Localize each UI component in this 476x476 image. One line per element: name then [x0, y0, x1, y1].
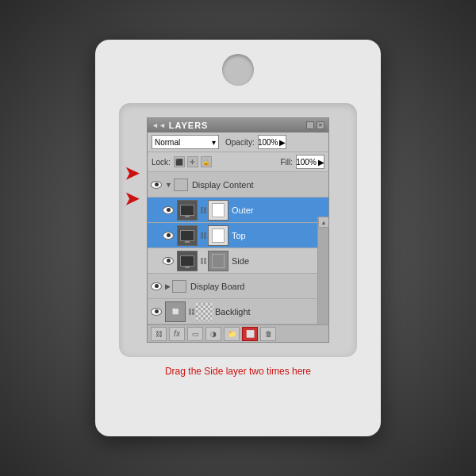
- blend-mode-arrow: ▾: [212, 138, 216, 147]
- minimize-button[interactable]: _: [306, 121, 314, 129]
- fill-input[interactable]: 100% ▶: [296, 155, 324, 169]
- layer-row-display-board[interactable]: ▶ Display Board: [148, 274, 328, 299]
- link-side: ⛓: [200, 257, 207, 265]
- link-layers-btn[interactable]: ⛓: [151, 327, 167, 341]
- hang-hole: [222, 54, 254, 86]
- layer-name-side: Side: [232, 256, 326, 266]
- mask-thumb-outer: [208, 200, 228, 221]
- eye-side[interactable]: [162, 255, 175, 267]
- layer-name-display-board: Display Board: [190, 282, 326, 291]
- layers-toolbar: ⛓ fx ▭ ◑ 📁 ⬜ 🗑: [148, 324, 328, 342]
- opacity-arrow: ▶: [279, 138, 286, 147]
- layer-row-backlight[interactable]: ⬜ ⛓ Backlight: [148, 299, 328, 324]
- arrow-outer: ➤: [125, 163, 139, 184]
- layer-row-top[interactable]: ⛓ Top: [148, 223, 328, 248]
- opacity-label: Opacity:: [225, 138, 255, 147]
- blend-mode-value: Normal: [155, 138, 180, 147]
- mask-thumb-side: [208, 251, 228, 271]
- mask-thumb-top: [208, 225, 228, 246]
- instruction-text: Drag the Side layer two times here: [165, 366, 311, 377]
- adjustment-btn[interactable]: ◑: [205, 327, 221, 341]
- group-arrow-display-content: ▼: [165, 181, 172, 189]
- layer-row-side[interactable]: ⛓ Side: [148, 248, 328, 274]
- eye-backlight[interactable]: [150, 305, 163, 318]
- lock-all-btn[interactable]: 🔒: [201, 156, 212, 167]
- blend-mode-select[interactable]: Normal ▾: [152, 135, 219, 149]
- thumb-side: [177, 251, 198, 271]
- group-arrow-display-board: ▶: [165, 282, 171, 290]
- fill-label: Fill:: [280, 158, 293, 167]
- link-backlight: ⛓: [188, 308, 195, 316]
- link-top: ⛓: [200, 232, 207, 240]
- fill-value-text: 100%: [296, 158, 317, 167]
- eye-top[interactable]: [162, 229, 175, 242]
- lock-position-btn[interactable]: ✛: [187, 156, 198, 167]
- layer-name-display-content: Display Content: [192, 180, 326, 190]
- layer-name-top: Top: [232, 231, 326, 240]
- layer-row-outer[interactable]: ⛓ Outer: [148, 198, 328, 223]
- scroll-track[interactable]: [318, 228, 328, 324]
- add-mask-btn[interactable]: ▭: [187, 327, 203, 341]
- layers-scrollbar[interactable]: ▲ ▼: [317, 217, 328, 324]
- layer-row-display-content[interactable]: ▼ Display Content: [148, 172, 328, 198]
- fill-arrow: ▶: [318, 158, 324, 167]
- delete-layer-btn[interactable]: 🗑: [260, 327, 276, 341]
- eye-display-content[interactable]: [150, 178, 163, 191]
- mask-thumb-backlight: [196, 303, 213, 321]
- new-layer-btn[interactable]: ⬜: [242, 327, 258, 341]
- lock-icons-group: ⬛ ✛ 🔒: [174, 156, 212, 167]
- thumb-outer: [177, 200, 198, 221]
- opacity-value-text: 100%: [258, 138, 278, 147]
- layers-list: ▼ Display Content ⛓: [148, 172, 328, 324]
- blister-bubble: ➤ ➤ ◄◄ LAYERS _ ✕ Normal: [119, 103, 357, 357]
- panel-title: LAYERS: [169, 121, 209, 130]
- layers-titlebar: ◄◄ LAYERS _ ✕: [148, 118, 328, 132]
- blister-card: ➤ ➤ ◄◄ LAYERS _ ✕ Normal: [95, 40, 381, 436]
- panel-collapse-arrows[interactable]: ◄◄: [152, 121, 166, 129]
- lock-pixels-btn[interactable]: ⬛: [174, 156, 185, 167]
- layer-name-outer: Outer: [232, 205, 326, 215]
- arrow-top: ➤: [125, 189, 139, 209]
- blend-opacity-row: Normal ▾ Opacity: 100% ▶: [148, 132, 328, 152]
- thumb-top: [177, 225, 198, 246]
- eye-outer[interactable]: [162, 204, 175, 217]
- link-outer: ⛓: [200, 206, 207, 214]
- opacity-input[interactable]: 100% ▶: [258, 135, 286, 149]
- layer-name-backlight: Backlight: [215, 307, 326, 317]
- scroll-up-arrow[interactable]: ▲: [318, 217, 328, 228]
- close-button[interactable]: ✕: [317, 121, 324, 129]
- group-thumb-display-board: [172, 280, 186, 293]
- group-thumb-display-content: [174, 178, 188, 191]
- thumb-backlight: ⬜: [165, 301, 186, 322]
- lock-label: Lock:: [152, 158, 171, 167]
- instruction-area: Drag the Side layer two times here: [119, 363, 357, 378]
- group-btn[interactable]: 📁: [224, 327, 240, 341]
- fx-btn[interactable]: fx: [169, 327, 185, 341]
- lock-fill-row: Lock: ⬛ ✛ 🔒 Fill: 100% ▶: [148, 152, 328, 172]
- layers-panel: ◄◄ LAYERS _ ✕ Normal ▾ Opacity:: [147, 117, 329, 343]
- eye-display-board[interactable]: [150, 280, 163, 293]
